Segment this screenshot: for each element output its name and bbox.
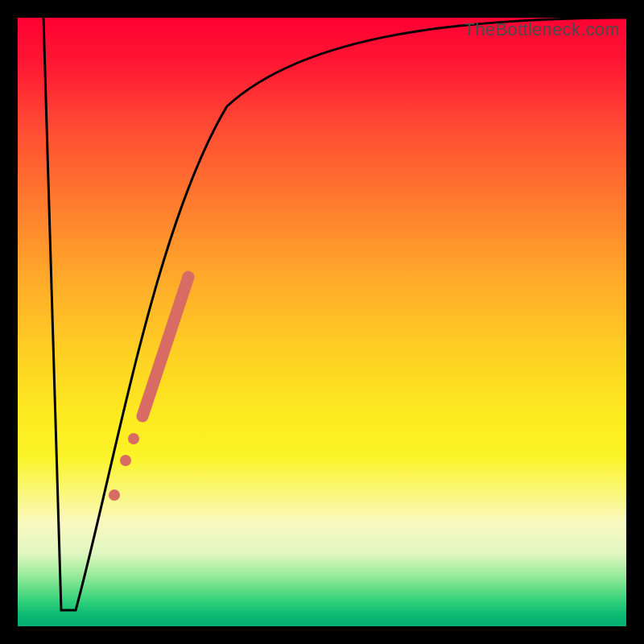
- watermark-text: TheBottleneck.com: [464, 19, 620, 40]
- plot-area: [18, 18, 626, 626]
- chart-container: TheBottleneck.com: [0, 0, 644, 644]
- bottleneck-curve: [43, 18, 626, 610]
- highlight-dot-2: [120, 455, 131, 466]
- highlight-dot-3: [109, 489, 120, 501]
- curve-svg: [18, 18, 626, 626]
- highlight-segment: [142, 277, 188, 416]
- highlight-dot-1: [128, 433, 139, 444]
